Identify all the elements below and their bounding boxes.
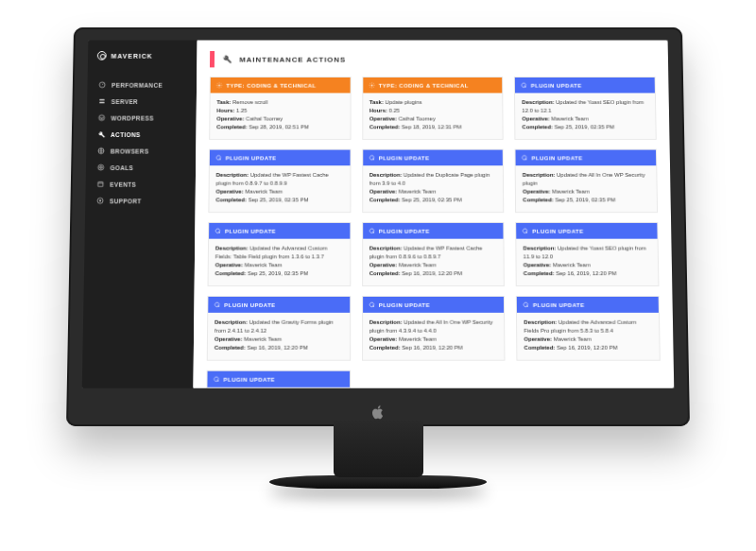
card-header-label: TYPE: CODING & TECHNICAL [226,82,316,88]
refresh-icon [369,154,375,161]
sidebar-item-browsers[interactable]: BROWSERS [95,143,187,160]
brand[interactable]: MAVERICK [97,51,188,60]
card-header-label: PLUGIN UPDATE [533,301,584,307]
apple-logo-icon [369,404,387,421]
card-body: Description: Updated the All In One WP S… [516,165,657,212]
card-header: PLUGIN UPDATE [516,150,656,166]
card-body: Description: Updated the Yoast SEO plugi… [517,239,659,285]
card-header: PLUGIN UPDATE [207,371,349,387]
page-title: MAINTENANCE ACTIONS [239,55,346,63]
refresh-icon [213,376,219,383]
action-card[interactable]: PLUGIN UPDATEDescription: Updated the WP… [208,149,351,213]
svg-point-0 [99,82,105,88]
card-header: TYPE: CODING & TECHNICAL [363,77,503,93]
sidebar-item-label: WORDPRESS [111,114,153,121]
card-header: PLUGIN UPDATE [516,223,657,239]
card-body: Description: Updated the Advanced Custom… [517,313,659,360]
card-header: PLUGIN UPDATE [210,150,350,166]
card-header-label: PLUGIN UPDATE [531,82,582,88]
sidebar-item-server[interactable]: SERVER [96,93,187,109]
card-header: PLUGIN UPDATE [363,297,505,313]
card-header: PLUGIN UPDATE [208,297,350,313]
svg-point-10 [99,199,101,201]
cards-grid: TYPE: CODING & TECHNICALTask: Remove scr… [206,77,662,388]
action-card[interactable]: PLUGIN UPDATEDescription: Updated the Al… [362,296,506,361]
action-card[interactable]: PLUGIN UPDATEDescription: Updated the Gr… [207,296,351,361]
sidebar-item-wordpress[interactable]: WORDPRESS [96,110,187,126]
sidebar: MAVERICK PERFORMANCESERVERWORDPRESSACTIO… [82,40,198,387]
card-header-label: PLUGIN UPDATE [379,155,430,161]
target-icon [97,164,105,171]
action-card[interactable]: PLUGIN UPDATEDescription: Updated the WP… [362,222,505,286]
card-header-label: PLUGIN UPDATE [379,228,430,233]
action-card[interactable]: TYPE: CODING & TECHNICALTask: Remove scr… [209,77,351,140]
svg-rect-1 [99,99,104,101]
svg-rect-8 [98,181,103,186]
refresh-icon [369,228,375,234]
refresh-icon [369,301,375,308]
svg-rect-2 [99,102,104,104]
sidebar-nav: PERFORMANCESERVERWORDPRESSACTIONSBROWSER… [94,77,187,209]
card-header-label: TYPE: CODING & TECHNICAL [379,82,469,88]
gauge-icon [98,81,106,89]
globe-icon [97,147,105,155]
card-body: Description: Updated the WP Fastest Cach… [209,165,350,212]
action-card[interactable]: PLUGIN UPDATEDescription: Updated the Ad… [516,296,661,361]
support-icon [96,197,104,204]
sidebar-item-actions[interactable]: ACTIONS [95,126,187,143]
main-content: MAINTENANCE ACTIONS TYPE: CODING & TECHN… [193,40,674,387]
sidebar-item-support[interactable]: SUPPORT [94,193,186,210]
card-header-label: PLUGIN UPDATE [225,228,276,233]
refresh-icon [522,228,528,234]
card-header: PLUGIN UPDATE [517,297,659,313]
card-body: Description: Updated the All In One WP S… [363,313,505,360]
refresh-icon [215,154,222,161]
page-header: MAINTENANCE ACTIONS [210,51,655,67]
card-header: PLUGIN UPDATE [515,77,655,93]
svg-point-7 [100,167,101,168]
card-body: Task: Remove scrollHours: 1.25Operative:… [210,93,350,139]
card-header: PLUGIN UPDATE [363,150,503,166]
card-body: Description: Updated the Advanced Custom… [207,387,350,388]
brand-text: MAVERICK [111,52,152,59]
sidebar-item-events[interactable]: EVENTS [94,176,186,193]
card-body: Task: Update pluginsHours: 0.25Operative… [363,93,503,139]
card-header: TYPE: CODING & TECHNICAL [211,77,351,93]
card-header: PLUGIN UPDATE [363,223,504,239]
card-body: Description: Updated the Yoast SEO plugi… [515,93,655,139]
monitor-stand-neck [334,421,423,477]
card-header-label: PLUGIN UPDATE [224,301,275,307]
accent-bar [210,51,215,67]
cog-icon [216,82,223,89]
card-header-label: PLUGIN UPDATE [532,155,583,161]
action-card[interactable]: PLUGIN UPDATEDescription: Updated the Ad… [208,222,351,286]
wrench-icon [97,130,105,138]
action-card[interactable]: PLUGIN UPDATEDescription: Updated the Yo… [515,222,659,286]
sidebar-item-goals[interactable]: GOALS [95,159,187,176]
wrench-icon [222,51,232,67]
sidebar-item-label: SUPPORT [110,198,142,204]
cog-icon [369,82,375,89]
refresh-icon [215,228,221,234]
calendar-icon [96,181,104,188]
svg-point-12 [370,84,372,86]
action-card[interactable]: TYPE: CODING & TECHNICALTask: Update plu… [362,77,504,140]
sidebar-item-label: SERVER [112,98,138,105]
refresh-icon [523,301,529,308]
action-card[interactable]: PLUGIN UPDATEDescription: Updated the Al… [515,149,658,213]
refresh-icon [521,82,527,89]
sidebar-item-label: BROWSERS [111,147,149,154]
monitor-stand-foot [269,475,487,489]
sidebar-item-performance[interactable]: PERFORMANCE [96,77,187,93]
action-card[interactable]: PLUGIN UPDATEDescription: Updated the Ad… [206,370,351,388]
monitor-bezel: MAVERICK PERFORMANCESERVERWORDPRESSACTIO… [66,27,690,426]
card-header-label: PLUGIN UPDATE [379,301,430,307]
action-card[interactable]: PLUGIN UPDATEDescription: Updated the Yo… [514,77,657,140]
card-body: Description: Updated the Advanced Custom… [209,239,350,285]
refresh-icon [522,154,528,161]
svg-point-11 [218,84,220,86]
card-body: Description: Updated the Duplicate Page … [363,165,504,212]
wordpress-icon [98,114,106,122]
action-card[interactable]: PLUGIN UPDATEDescription: Updated the Du… [362,149,505,213]
monitor: MAVERICK PERFORMANCESERVERWORDPRESSACTIO… [66,21,690,489]
